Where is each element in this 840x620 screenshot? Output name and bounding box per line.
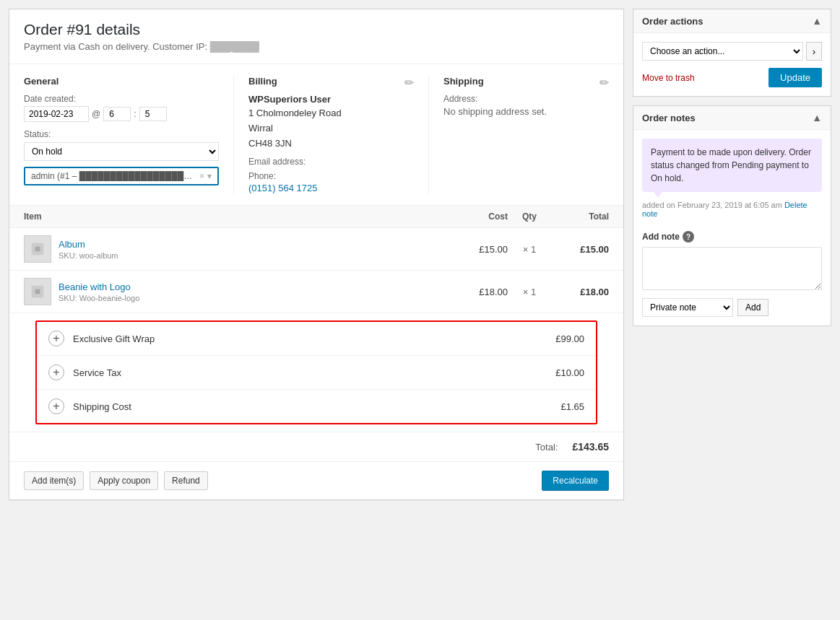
note-text: Payment to be made upon delivery. Order … [651,147,811,183]
refund-button[interactable]: Refund [164,471,208,490]
fee-row: + Exclusive Gift Wrap £99.00 [37,322,596,356]
item-total: £15.00 [551,244,609,255]
add-note-button[interactable]: Add [737,299,768,316]
total-row: Total: £143.65 [9,432,623,461]
add-note-textarea[interactable] [642,247,822,290]
table-row: Beanie with Logo SKU: Woo-beanie-logo £1… [9,271,623,313]
item-sku: SKU: woo-album [59,251,450,260]
total-amount: £143.65 [572,441,609,453]
phone-link[interactable]: (0151) 564 1725 [248,183,317,193]
fee-expand-icon[interactable]: + [48,331,64,346]
email-label: Email address: [248,157,414,167]
item-cost: £18.00 [450,287,508,297]
fee-amount: £99.00 [555,333,584,344]
customer-ip: ███ ████ [210,41,259,52]
at-sign: @ [92,109,100,119]
note-meta: added on February 23, 2019 at 6:05 am De… [642,201,822,218]
date-input[interactable] [24,106,89,122]
help-icon[interactable]: ? [683,231,694,243]
fee-row: + Shipping Cost £1.65 [37,390,596,423]
order-actions-title: Order actions [642,16,703,27]
shipping-edit-icon[interactable]: ✏ [599,76,609,89]
fee-expand-icon[interactable]: + [48,364,64,380]
go-button[interactable]: › [806,42,822,61]
order-notes-panel: Order notes ▲ Payment to be made upon de… [633,105,831,326]
fee-name: Exclusive Gift Wrap [73,333,555,344]
date-created-label: Date created: [24,94,219,104]
minute-input[interactable] [139,107,167,121]
order-actions-panel: Order actions ▲ Choose an action... › Mo… [633,9,831,97]
item-qty: × 1 [508,244,551,255]
item-thumbnail [24,278,51,305]
total-label: Total: [535,442,558,453]
status-label: Status: [24,129,219,139]
fees-section: + Exclusive Gift Wrap £99.00 + Service T… [35,320,597,424]
note-type-select[interactable]: Private note Note to customer [642,298,733,317]
customer-dropdown-icon[interactable]: ▾ [207,171,212,181]
add-items-button[interactable]: Add item(s) [24,471,84,490]
add-note-label: Add note [642,232,680,242]
customer-clear-icon[interactable]: × [199,171,204,181]
customer-value: admin (#1 – ██████████████████ ... [31,171,196,181]
action-select[interactable]: Choose an action... [642,42,803,61]
billing-edit-icon[interactable]: ✏ [404,76,414,89]
fee-row: + Service Tax £10.00 [37,356,596,390]
item-cost: £15.00 [450,244,508,255]
order-notes-title: Order notes [642,113,696,123]
col-qty-header: Qty [508,211,551,222]
colon-separator: : [134,109,136,119]
shipping-title: Shipping [443,76,484,87]
billing-address: 1 Cholmondeley Road Wirral CH48 3JN [248,106,414,151]
general-title: General [24,76,219,87]
item-sku: SKU: Woo-beanie-logo [59,294,450,302]
fee-amount: £1.65 [560,401,584,412]
address-label: Address: [443,94,609,104]
no-shipping-text: No shipping address set. [443,106,609,117]
billing-title: Billing [248,76,277,87]
recalculate-button[interactable]: Recalculate [542,471,609,491]
fee-expand-icon[interactable]: + [48,398,64,414]
fee-name: Shipping Cost [73,401,560,412]
fee-amount: £10.00 [555,367,584,378]
phone-label: Phone: [248,171,414,181]
hour-input[interactable] [103,107,131,121]
billing-name: WPSuperiors User [248,94,414,105]
item-name-link[interactable]: Album [59,239,85,250]
table-row: Album SKU: woo-album £15.00 × 1 £15.00 [9,228,623,271]
move-to-trash-link[interactable]: Move to trash [642,73,695,83]
col-cost-header: Cost [450,211,508,222]
col-total-header: Total [551,211,609,222]
update-button[interactable]: Update [768,68,822,87]
status-select[interactable]: On hold Pending payment Processing Compl… [24,142,219,161]
order-actions-toggle[interactable]: ▲ [812,15,822,27]
apply-coupon-button[interactable]: Apply coupon [90,471,158,490]
item-name-link[interactable]: Beanie with Logo [59,281,131,292]
item-qty: × 1 [508,287,551,297]
item-thumbnail [24,235,51,263]
col-item-header: Item [24,211,450,222]
order-title: Order #91 details [24,21,609,38]
note-bubble: Payment to be made upon delivery. Order … [642,139,822,192]
fee-name: Service Tax [73,367,555,378]
order-subtitle: Payment via Cash on delivery. Customer I… [24,41,609,52]
item-total: £18.00 [551,287,609,297]
order-notes-toggle[interactable]: ▲ [812,112,822,123]
